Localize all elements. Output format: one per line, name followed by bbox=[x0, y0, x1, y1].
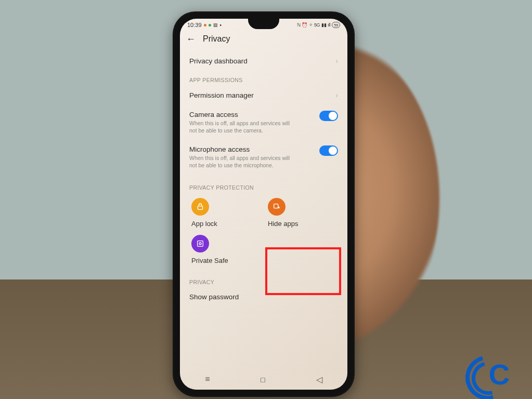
tile-hide-apps[interactable]: Hide apps bbox=[266, 197, 338, 230]
tile-private-safe[interactable]: Private Safe bbox=[189, 234, 262, 267]
status-left: 10:39 ▧ • bbox=[187, 22, 222, 28]
logo-arc-icon bbox=[465, 355, 511, 399]
row-permission-manager[interactable]: Permission manager › bbox=[189, 85, 338, 105]
row-label: Show password bbox=[189, 293, 239, 301]
settings-header: ← Privacy bbox=[180, 29, 347, 51]
camera-toggle[interactable] bbox=[319, 111, 338, 121]
row-camera-access[interactable]: Camera access When this is off, all apps… bbox=[189, 105, 338, 140]
signal-bars-icon: ıll bbox=[328, 22, 330, 28]
privacy-protection-tiles: App lock Hide apps bbox=[189, 193, 338, 270]
row-label: Privacy dashboard bbox=[189, 57, 248, 65]
status-dot-icon bbox=[209, 24, 211, 26]
page-title: Privacy bbox=[203, 34, 230, 44]
status-app-icon: ▧ bbox=[213, 22, 218, 28]
section-app-permissions: APP PERMISSIONS bbox=[189, 71, 338, 85]
photo-scene: 10:39 ▧ • ℕ ⏰ ✧ 5G ▮▮ ıll 59 ← bbox=[0, 0, 532, 399]
nav-recent-icon[interactable]: ≡ bbox=[205, 375, 210, 384]
status-more-icon: • bbox=[220, 22, 222, 28]
section-privacy-protection: PRIVACY PROTECTION bbox=[189, 178, 338, 193]
row-label: Permission manager bbox=[189, 91, 254, 99]
watermark-logo: C bbox=[471, 353, 528, 395]
row-text-block: Microphone access When this is off, all … bbox=[189, 145, 299, 169]
display-notch bbox=[248, 19, 279, 29]
logo-letter: C bbox=[489, 357, 510, 391]
row-label: Camera access bbox=[189, 111, 299, 118]
signal-5g-icon: 5G bbox=[314, 22, 320, 28]
row-subtitle: When this is off, all apps and services … bbox=[189, 155, 299, 169]
android-nav-bar: ≡ ◻ ◁ bbox=[180, 369, 347, 390]
private-safe-icon bbox=[191, 235, 209, 252]
chevron-right-icon: › bbox=[335, 57, 338, 65]
status-right: ℕ ⏰ ✧ 5G ▮▮ ıll 59 bbox=[297, 22, 340, 28]
nav-home-icon[interactable]: ◻ bbox=[260, 376, 266, 383]
nav-back-icon[interactable]: ◁ bbox=[316, 375, 322, 384]
row-text-block: Camera access When this is off, all apps… bbox=[189, 111, 299, 134]
row-label: Microphone access bbox=[189, 145, 299, 153]
phone-screen: 10:39 ▧ • ℕ ⏰ ✧ 5G ▮▮ ıll 59 ← bbox=[180, 19, 347, 390]
logo-arc-icon bbox=[457, 347, 518, 399]
nfc-icon: ℕ bbox=[297, 22, 301, 28]
battery-icon: 59 bbox=[332, 22, 340, 28]
row-privacy-dashboard[interactable]: Privacy dashboard › bbox=[189, 51, 338, 71]
status-dot-icon bbox=[204, 24, 206, 26]
tile-label: App lock bbox=[191, 220, 217, 228]
svg-rect-2 bbox=[198, 241, 203, 246]
row-subtitle: When this is off, all apps and services … bbox=[189, 120, 299, 134]
alarm-icon: ⏰ bbox=[302, 22, 307, 28]
row-microphone-access[interactable]: Microphone access When this is off, all … bbox=[189, 140, 338, 175]
svg-point-3 bbox=[199, 243, 201, 245]
signal-bars-icon: ▮▮ bbox=[321, 22, 326, 28]
status-time: 10:39 bbox=[187, 22, 202, 28]
svg-rect-1 bbox=[274, 204, 278, 208]
svg-rect-0 bbox=[198, 206, 202, 209]
phone-body: 10:39 ▧ • ℕ ⏰ ✧ 5G ▮▮ ıll 59 ← bbox=[173, 11, 355, 397]
tile-label: Hide apps bbox=[268, 220, 299, 228]
chevron-right-icon: › bbox=[335, 91, 338, 99]
vibrate-icon: ✧ bbox=[309, 22, 313, 28]
hide-apps-icon bbox=[268, 198, 286, 216]
microphone-toggle[interactable] bbox=[319, 145, 338, 156]
section-privacy: PRIVACY bbox=[189, 273, 338, 287]
app-lock-icon bbox=[191, 198, 209, 216]
tile-app-lock[interactable]: App lock bbox=[189, 197, 262, 230]
row-show-password[interactable]: Show password bbox=[189, 287, 338, 302]
settings-list: Privacy dashboard › APP PERMISSIONS Perm… bbox=[180, 51, 347, 302]
tile-label: Private Safe bbox=[191, 257, 228, 264]
back-icon[interactable]: ← bbox=[186, 34, 196, 44]
